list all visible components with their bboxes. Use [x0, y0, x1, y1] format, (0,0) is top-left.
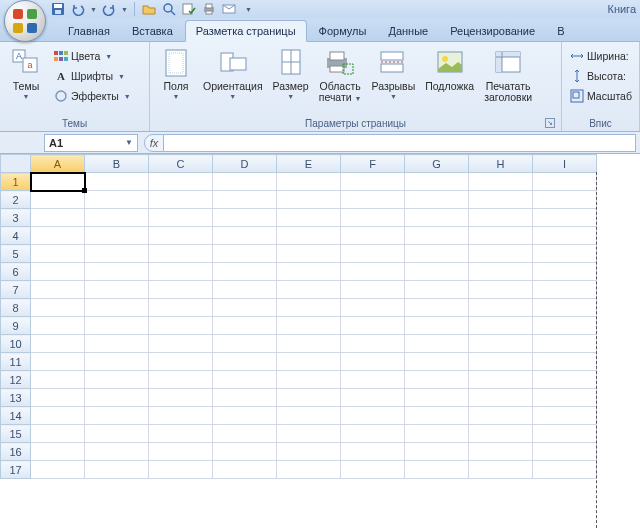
redo-button[interactable] — [101, 1, 117, 17]
cell[interactable] — [149, 191, 213, 209]
cell[interactable] — [341, 317, 405, 335]
cell[interactable] — [469, 173, 533, 191]
column-header[interactable]: H — [469, 155, 533, 173]
cell[interactable] — [277, 191, 341, 209]
scale-height-row[interactable]: Высота: — [566, 66, 636, 86]
cell[interactable] — [469, 245, 533, 263]
row-header[interactable]: 7 — [1, 281, 31, 299]
cell[interactable] — [469, 191, 533, 209]
cell[interactable] — [533, 461, 597, 479]
column-header[interactable]: C — [149, 155, 213, 173]
cell[interactable] — [213, 461, 277, 479]
page-setup-dialog-launcher[interactable]: ↘ — [545, 118, 555, 128]
cell[interactable] — [341, 227, 405, 245]
cell[interactable] — [213, 407, 277, 425]
cell[interactable] — [213, 425, 277, 443]
tab-data[interactable]: Данные — [378, 21, 438, 41]
cell[interactable] — [213, 281, 277, 299]
cell[interactable] — [341, 425, 405, 443]
cell[interactable] — [405, 461, 469, 479]
cell[interactable] — [277, 299, 341, 317]
tab-home[interactable]: Главная — [58, 21, 120, 41]
cell[interactable] — [277, 353, 341, 371]
cell[interactable] — [149, 371, 213, 389]
cell[interactable] — [405, 371, 469, 389]
row-header[interactable]: 14 — [1, 407, 31, 425]
orientation-button[interactable]: Ориентация ▼ — [198, 44, 268, 103]
column-header[interactable]: A — [31, 155, 85, 173]
cell[interactable] — [85, 443, 149, 461]
row-header[interactable]: 17 — [1, 461, 31, 479]
cell[interactable] — [31, 425, 85, 443]
themes-button[interactable]: Aa Темы ▼ — [4, 44, 48, 103]
cell[interactable] — [85, 227, 149, 245]
cell[interactable] — [85, 281, 149, 299]
cell[interactable] — [149, 461, 213, 479]
row-header[interactable]: 12 — [1, 371, 31, 389]
cell[interactable] — [533, 173, 597, 191]
cell[interactable] — [149, 173, 213, 191]
cell[interactable] — [405, 299, 469, 317]
cell[interactable] — [341, 299, 405, 317]
redo-dropdown-icon[interactable]: ▼ — [121, 6, 128, 13]
tab-formulas[interactable]: Формулы — [309, 21, 377, 41]
cell[interactable] — [149, 407, 213, 425]
tab-page-layout[interactable]: Разметка страницы — [185, 20, 307, 42]
row-header[interactable]: 2 — [1, 191, 31, 209]
cell[interactable] — [469, 281, 533, 299]
cell[interactable] — [341, 371, 405, 389]
cell[interactable] — [277, 227, 341, 245]
cell[interactable] — [31, 461, 85, 479]
print-titles-button[interactable]: Печататьзаголовки — [479, 44, 537, 106]
row-header[interactable]: 6 — [1, 263, 31, 281]
cell[interactable] — [213, 389, 277, 407]
cell[interactable] — [213, 335, 277, 353]
cell[interactable] — [469, 389, 533, 407]
row-header[interactable]: 15 — [1, 425, 31, 443]
cell[interactable] — [469, 335, 533, 353]
cell[interactable] — [213, 227, 277, 245]
cell[interactable] — [277, 407, 341, 425]
background-button[interactable]: Подложка — [420, 44, 479, 95]
cell[interactable] — [469, 425, 533, 443]
cell[interactable] — [149, 353, 213, 371]
scale-percent-row[interactable]: Масштаб — [566, 86, 636, 106]
cell[interactable] — [149, 389, 213, 407]
cell[interactable] — [469, 353, 533, 371]
column-header[interactable]: F — [341, 155, 405, 173]
cell[interactable] — [213, 173, 277, 191]
cell[interactable] — [85, 335, 149, 353]
cell[interactable] — [405, 263, 469, 281]
cell[interactable] — [405, 425, 469, 443]
cell[interactable] — [149, 263, 213, 281]
cell[interactable] — [533, 227, 597, 245]
cell[interactable] — [31, 335, 85, 353]
row-header[interactable]: 10 — [1, 335, 31, 353]
size-button[interactable]: Размер ▼ — [268, 44, 314, 103]
cell[interactable] — [31, 227, 85, 245]
select-all-corner[interactable] — [1, 155, 31, 173]
cell[interactable] — [469, 209, 533, 227]
cell[interactable] — [469, 227, 533, 245]
cell[interactable] — [85, 245, 149, 263]
row-header[interactable]: 9 — [1, 317, 31, 335]
cell[interactable] — [533, 317, 597, 335]
column-header[interactable]: G — [405, 155, 469, 173]
cell[interactable] — [149, 227, 213, 245]
column-header[interactable]: B — [85, 155, 149, 173]
theme-effects-button[interactable]: Эффекты ▼ — [50, 86, 135, 106]
cell[interactable] — [341, 209, 405, 227]
tab-review[interactable]: Рецензирование — [440, 21, 545, 41]
column-header[interactable]: E — [277, 155, 341, 173]
cell[interactable] — [405, 245, 469, 263]
cell[interactable] — [405, 443, 469, 461]
cell[interactable] — [149, 335, 213, 353]
cell[interactable] — [277, 173, 341, 191]
cell[interactable] — [341, 443, 405, 461]
theme-fonts-button[interactable]: A Шрифты ▼ — [50, 66, 135, 86]
cell[interactable] — [213, 245, 277, 263]
cell[interactable] — [85, 173, 149, 191]
cell[interactable] — [31, 371, 85, 389]
cell[interactable] — [405, 281, 469, 299]
cell[interactable] — [533, 407, 597, 425]
